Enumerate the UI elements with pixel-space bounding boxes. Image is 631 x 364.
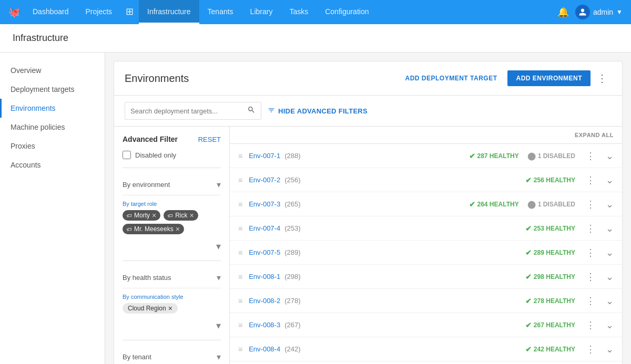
healthy-icon: ✔ xyxy=(469,200,475,209)
healthy-count-env-007-5: 289 HEALTHY xyxy=(534,249,575,256)
tag-rick-icon: 🏷 xyxy=(168,213,173,219)
tag-mr-meeseeks: 🏷 Mr. Meeseeks × xyxy=(123,224,184,234)
nav-configuration[interactable]: Configuration xyxy=(317,0,377,24)
by-tenant-dropdown[interactable]: By tenant ▾ xyxy=(123,347,221,364)
search-filter-bar: HIDE ADVANCED FILTERS xyxy=(114,96,622,127)
search-box[interactable] xyxy=(125,102,261,120)
sidebar-item-proxies[interactable]: Proxies xyxy=(0,137,105,155)
panel-more-icon[interactable]: ⋮ xyxy=(593,70,612,87)
env-chevron-icon-env-008-4[interactable]: ⌄ xyxy=(606,344,614,355)
sidebar-item-overview[interactable]: Overview xyxy=(0,61,105,80)
sidebar-item-deployment-targets[interactable]: Deployment targets xyxy=(0,80,105,99)
env-name-env-007-5: Env-007-5 xyxy=(249,248,280,256)
sidebar-item-machine-policies[interactable]: Machine policies xyxy=(0,118,105,137)
env-more-button-env-008-1[interactable]: ⋮ xyxy=(584,270,597,284)
env-count-env-008-3: (267) xyxy=(284,321,300,329)
env-row-env-007-4[interactable]: ≡ Env-007-4 (253) ✔ 253 HEALTHY ⋮ ⌄ xyxy=(230,216,622,241)
expand-all-button[interactable]: EXPAND ALL xyxy=(575,132,614,138)
env-chevron-icon-env-008-3[interactable]: ⌄ xyxy=(606,319,614,331)
page-title: Infrastructure xyxy=(13,33,618,44)
env-chevron-icon-env-008-1[interactable]: ⌄ xyxy=(606,271,614,283)
env-row-right-env-008-4: ✔ 242 HEALTHY ⋮ ⌄ xyxy=(525,342,614,356)
nav-tasks[interactable]: Tasks xyxy=(281,0,317,24)
env-row-env-007-1[interactable]: ≡ Env-007-1 (288) ✔ 287 HEALTHY ⬤ 1 DISA… xyxy=(230,144,622,168)
healthy-icon: ✔ xyxy=(525,297,532,305)
communication-style-expand[interactable]: ▾ xyxy=(123,318,221,334)
notification-bell-icon[interactable]: 🔔 xyxy=(557,6,569,18)
tag-cloud-region: Cloud Region × xyxy=(123,303,178,314)
env-more-button-env-007-4[interactable]: ⋮ xyxy=(584,222,597,235)
sidebar-item-accounts[interactable]: Accounts xyxy=(0,155,105,174)
tag-morty: 🏷 Morty × xyxy=(123,210,160,221)
add-environment-button[interactable]: ADD ENVIRONMENT xyxy=(507,70,591,86)
env-more-button-env-008-2[interactable]: ⋮ xyxy=(584,294,597,308)
tag-cloud-region-remove[interactable]: × xyxy=(168,305,172,312)
tag-rick-remove[interactable]: × xyxy=(190,212,194,219)
env-name-env-008-4: Env-008-4 xyxy=(249,345,280,353)
tag-morty-remove[interactable]: × xyxy=(152,212,156,219)
env-row-env-008-4[interactable]: ≡ Env-008-4 (242) ✔ 242 HEALTHY ⋮ ⌄ xyxy=(230,337,622,361)
nav-dashboard[interactable]: Dashboard xyxy=(24,0,77,24)
nav-projects[interactable]: Projects xyxy=(77,0,121,24)
hide-advanced-filters-button[interactable]: HIDE ADVANCED FILTERS xyxy=(268,107,368,116)
nav-library[interactable]: Library xyxy=(242,0,281,24)
by-environment-section: By environment ▾ xyxy=(123,174,221,195)
by-health-status-dropdown[interactable]: By health status ▾ xyxy=(123,267,221,288)
env-row-left-env-008-4: ≡ Env-008-4 (242) xyxy=(238,345,525,353)
by-communication-style-label: By communication style xyxy=(123,294,221,300)
env-more-button-env-007-5[interactable]: ⋮ xyxy=(584,246,597,259)
env-name-env-008-3: Env-008-3 xyxy=(249,321,280,329)
search-icon[interactable] xyxy=(247,106,256,116)
user-menu[interactable]: admin ▼ xyxy=(575,5,623,19)
by-target-role-section: By target role 🏷 Morty × 🏷 Rick × xyxy=(123,201,221,254)
env-chevron-icon-env-007-1[interactable]: ⌄ xyxy=(606,150,614,162)
env-row-left-env-007-3: ≡ Env-007-3 (265) xyxy=(238,200,469,209)
env-row-env-008-5[interactable]: ≡ Env-008-5 (268) ✔ 267 HEALTHY ⬤ 1 DISA… xyxy=(230,361,622,364)
filter-header: Advanced Filter RESET xyxy=(123,135,221,143)
env-row-env-007-5[interactable]: ≡ Env-007-5 (289) ✔ 289 HEALTHY ⋮ ⌄ xyxy=(230,241,622,265)
env-more-button-env-007-3[interactable]: ⋮ xyxy=(584,197,597,211)
target-role-expand[interactable]: ▾ xyxy=(123,238,221,254)
tag-mr-meeseeks-remove[interactable]: × xyxy=(176,225,180,233)
env-more-button-env-008-4[interactable]: ⋮ xyxy=(584,342,597,356)
nav-infrastructure[interactable]: Infrastructure xyxy=(139,0,199,24)
env-drag-icon-env-008-4: ≡ xyxy=(238,345,242,353)
env-chevron-icon-env-007-4[interactable]: ⌄ xyxy=(606,223,614,234)
by-environment-dropdown[interactable]: By environment ▾ xyxy=(123,174,221,195)
env-row-env-007-2[interactable]: ≡ Env-007-2 (256) ✔ 256 HEALTHY ⋮ ⌄ xyxy=(230,168,622,192)
nav-tenants[interactable]: Tenants xyxy=(199,0,242,24)
disabled-only-checkbox[interactable] xyxy=(123,151,131,159)
by-health-status-arrow-icon: ▾ xyxy=(217,273,221,283)
env-drag-icon-env-007-5: ≡ xyxy=(238,248,242,257)
env-chevron-icon-env-007-2[interactable]: ⌄ xyxy=(606,174,614,186)
disabled-only-label[interactable]: Disabled only xyxy=(135,151,176,159)
environments-panel: Environments ADD DEPLOYMENT TARGET ADD E… xyxy=(114,61,623,364)
env-row-left-env-008-3: ≡ Env-008-3 (267) xyxy=(238,321,525,329)
env-drag-icon-env-007-2: ≡ xyxy=(238,176,242,184)
healthy-icon: ✔ xyxy=(525,224,532,233)
nav-icon-item[interactable]: ⊞ xyxy=(120,0,139,24)
env-row-env-007-3[interactable]: ≡ Env-007-3 (265) ✔ 264 HEALTHY ⬤ 1 DISA… xyxy=(230,192,622,216)
env-row-left-env-007-4: ≡ Env-007-4 (253) xyxy=(238,224,525,233)
badge-disabled-env-007-1: ⬤ 1 DISABLED xyxy=(527,152,575,160)
reset-filter-button[interactable]: RESET xyxy=(198,136,221,143)
env-row-env-008-1[interactable]: ≡ Env-008-1 (298) ✔ 298 HEALTHY ⋮ ⌄ xyxy=(230,265,622,289)
env-more-button-env-008-3[interactable]: ⋮ xyxy=(584,318,597,332)
search-input[interactable] xyxy=(130,107,247,115)
env-more-button-env-007-2[interactable]: ⋮ xyxy=(584,173,597,187)
add-deployment-target-button[interactable]: ADD DEPLOYMENT TARGET xyxy=(399,70,504,86)
env-count-env-007-5: (289) xyxy=(284,248,300,256)
env-row-env-008-3[interactable]: ≡ Env-008-3 (267) ✔ 267 HEALTHY ⋮ ⌄ xyxy=(230,313,622,337)
env-drag-icon-env-008-2: ≡ xyxy=(238,297,242,305)
env-chevron-icon-env-007-3[interactable]: ⌄ xyxy=(606,199,614,210)
communication-tags: Cloud Region × xyxy=(123,303,221,314)
env-row-env-008-2[interactable]: ≡ Env-008-2 (278) ✔ 278 HEALTHY ⋮ ⌄ xyxy=(230,289,622,313)
env-chevron-icon-env-007-5[interactable]: ⌄ xyxy=(606,247,614,258)
badge-healthy-env-007-1: ✔ 287 HEALTHY xyxy=(469,152,519,160)
tag-rick: 🏷 Rick × xyxy=(164,210,198,221)
main-layout: Overview Deployment targets Environments… xyxy=(0,53,631,364)
env-more-button-env-007-1[interactable]: ⋮ xyxy=(584,149,597,163)
user-chevron-icon: ▼ xyxy=(616,8,623,16)
sidebar-item-environments[interactable]: Environments xyxy=(0,99,105,118)
env-chevron-icon-env-008-2[interactable]: ⌄ xyxy=(606,295,614,307)
